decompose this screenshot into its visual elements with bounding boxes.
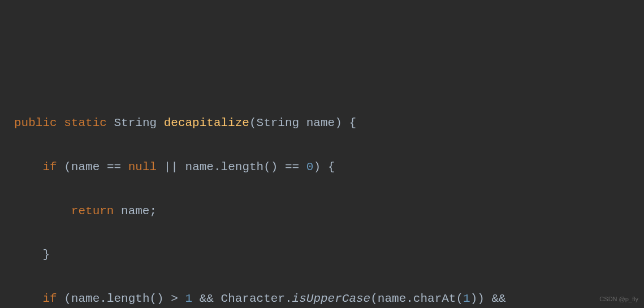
keyword-if: if: [42, 160, 57, 173]
number-literal: 0: [306, 160, 314, 173]
watermark: CSDN @p_fly: [599, 293, 638, 305]
static-method: isUpperCase: [292, 292, 371, 305]
method-name: decapitalize: [164, 116, 249, 129]
keyword-null: null: [128, 160, 157, 173]
number-literal: 1: [463, 292, 470, 305]
number-literal: 1: [185, 292, 193, 305]
code-line-4: }: [14, 244, 630, 266]
code-editor: public static String decapitalize(String…: [14, 90, 630, 308]
keyword-static: static: [64, 116, 107, 129]
keyword-public: public: [14, 116, 57, 129]
type-string: String: [114, 116, 157, 129]
code-line-2: if (name == null || name.length() == 0) …: [14, 157, 630, 179]
code-line-5: if (name.length() > 1 && Character.isUpp…: [14, 288, 630, 308]
code-line-1: public static String decapitalize(String…: [14, 112, 630, 135]
code-line-3: return name;: [14, 201, 630, 223]
keyword-if: if: [42, 292, 57, 305]
keyword-return: return: [71, 205, 114, 218]
